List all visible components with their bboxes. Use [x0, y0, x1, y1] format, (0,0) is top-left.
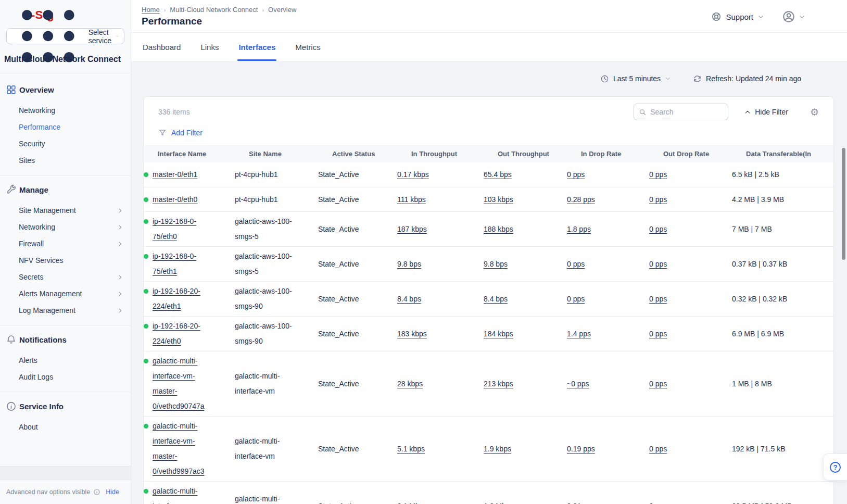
in-throughput-link[interactable]: 183 kbps: [397, 330, 427, 338]
sidebar-item-networking[interactable]: Networking: [0, 219, 131, 235]
help-button[interactable]: ?: [823, 453, 847, 481]
interface-name-link[interactable]: ip-192-168-20-224/eth0: [153, 319, 216, 349]
out-drop-rate-link[interactable]: 0 pps: [649, 195, 667, 204]
sidebar-item-audit-logs[interactable]: Audit Logs: [0, 369, 131, 385]
header-left: Home›Multi-Cloud Network Connect›Overvie…: [142, 6, 296, 27]
breadcrumb-item[interactable]: Multi-Cloud Network Connect: [170, 6, 258, 14]
out-drop-rate-link[interactable]: 0 pps: [649, 380, 667, 388]
status-dot-icon: [144, 489, 148, 494]
out-throughput-link[interactable]: 65.4 bps: [484, 170, 512, 179]
out-throughput-link[interactable]: 213 kbps: [484, 380, 513, 388]
sidebar-section-overview[interactable]: Overview: [0, 75, 131, 102]
in-drop-rate-link[interactable]: 0.01 pps: [567, 502, 595, 504]
interface-name-link[interactable]: galactic-multi-interface-vm-master-0/vet…: [153, 419, 216, 479]
in-drop-rate-cell: 0.28 pps: [567, 192, 649, 207]
out-drop-rate-link[interactable]: 0 pps: [649, 502, 667, 504]
time-range-select[interactable]: Last 5 minutes: [600, 74, 671, 83]
breadcrumb-item[interactable]: Overview: [268, 6, 296, 14]
in-drop-rate-link[interactable]: 1.8 pps: [567, 225, 591, 233]
out-drop-rate-link[interactable]: 0 pps: [649, 330, 667, 338]
sidebar-item-firewall[interactable]: Firewall: [0, 235, 131, 252]
in-throughput-link[interactable]: 2.1 Mbps: [397, 502, 427, 504]
interface-name-link[interactable]: master-0/eth0: [153, 192, 197, 207]
out-drop-rate-cell: 0 pps: [649, 257, 732, 272]
service-selector-label: Select service: [89, 28, 111, 45]
refresh-label: Refresh: Updated 24 min ago: [706, 74, 801, 83]
add-filter-button[interactable]: Add Filter: [171, 129, 203, 137]
support-menu[interactable]: Support: [711, 11, 764, 22]
out-drop-rate-link[interactable]: 0 pps: [649, 225, 667, 233]
search-input[interactable]: [650, 108, 724, 116]
sidebar-item-alerts[interactable]: Alerts: [0, 352, 131, 369]
sidebar-item-alerts-management[interactable]: Alerts Management: [0, 285, 131, 302]
in-throughput-link[interactable]: 8.4 bps: [397, 295, 421, 303]
in-drop-rate-cell: 0.19 pps: [567, 442, 649, 457]
interface-name-link[interactable]: master-0/eth1: [153, 167, 197, 182]
service-selector[interactable]: Select service: [6, 28, 124, 44]
in-drop-rate-link[interactable]: 1.4 pps: [567, 330, 591, 338]
out-throughput-link[interactable]: 188 kbps: [484, 225, 513, 233]
hide-advanced-nav-link[interactable]: Hide: [106, 488, 119, 496]
in-throughput-link[interactable]: 111 kbps: [397, 195, 426, 204]
gear-icon[interactable]: ⚙: [810, 107, 819, 117]
main-area: Home›Multi-Cloud Network Connect›Overvie…: [131, 0, 847, 504]
page-scrollbar-thumb[interactable]: [842, 148, 845, 260]
sidebar-section-notifications[interactable]: Notifications: [0, 325, 131, 352]
tab-dashboard[interactable]: Dashboard: [142, 33, 182, 61]
chevron-down-icon: [757, 14, 764, 20]
in-throughput-link[interactable]: 0.17 kbps: [397, 170, 429, 179]
interface-name-cell: galactic-multi-interface-vm-master-0/vet…: [144, 419, 235, 479]
sidebar-item-performance[interactable]: Performance: [0, 119, 131, 135]
tab-metrics[interactable]: Metrics: [294, 33, 321, 61]
data-transferable-cell: 0.32 kB | 0.32 kB: [732, 292, 833, 307]
interface-name-link[interactable]: ip-192-168-0-75/eth1: [153, 249, 216, 279]
hide-filter-button[interactable]: Hide Filter: [744, 108, 788, 116]
interfaces-table-card: 336 items Hide Filter ⚙ Add Filter: [143, 96, 834, 504]
sidebar-section-manage[interactable]: Manage: [0, 175, 131, 202]
in-drop-rate-link[interactable]: ~0 pps: [567, 380, 589, 388]
sidebar-item-secrets[interactable]: Secrets: [0, 269, 131, 285]
refresh-button[interactable]: Refresh: Updated 24 min ago: [693, 74, 801, 83]
search-box: [634, 104, 728, 120]
in-drop-rate-link[interactable]: 0 pps: [567, 295, 585, 303]
out-throughput-link[interactable]: 9.8 bps: [484, 260, 508, 268]
account-menu[interactable]: [782, 10, 805, 23]
sidebar-item-label: Security: [19, 138, 123, 149]
in-throughput-link[interactable]: 5.1 kbps: [397, 445, 425, 453]
sidebar-item-security[interactable]: Security: [0, 135, 131, 152]
in-drop-rate-link[interactable]: 0.19 pps: [567, 445, 595, 453]
sidebar-item-nfv-services[interactable]: NFV Services: [0, 252, 131, 269]
tab-links[interactable]: Links: [199, 33, 220, 61]
in-throughput-link[interactable]: 187 kbps: [397, 225, 427, 233]
sidebar-item-log-management[interactable]: Log Management: [0, 302, 131, 319]
site-name: galactic-multi-interface-vm: [235, 437, 280, 460]
interface-name-link[interactable]: galactic-multi-interface-vm-master-0/eth…: [153, 484, 216, 504]
sidebar-section-service-info[interactable]: Service Info: [0, 392, 131, 419]
interface-name-link[interactable]: galactic-multi-interface-vm-master-0/vet…: [153, 354, 216, 414]
chevron-down-icon: [799, 14, 805, 20]
interface-name-link[interactable]: ip-192-168-0-75/eth0: [153, 214, 216, 244]
sidebar-item-site-management[interactable]: Site Management: [0, 202, 131, 219]
out-throughput-link[interactable]: 184 kbps: [484, 330, 513, 338]
in-throughput-link[interactable]: 9.8 bps: [397, 260, 421, 268]
out-drop-rate-link[interactable]: 0 pps: [649, 295, 667, 303]
out-drop-rate-link[interactable]: 0 pps: [649, 260, 667, 268]
sidebar-item-sites[interactable]: Sites: [0, 152, 131, 169]
out-drop-rate-link[interactable]: 0 pps: [649, 170, 667, 179]
interface-name-link[interactable]: ip-192-168-20-224/eth1: [153, 284, 216, 314]
out-throughput-cell: 65.4 bps: [484, 167, 567, 182]
sidebar-item-about[interactable]: About: [0, 419, 131, 435]
tab-interfaces[interactable]: Interfaces: [237, 33, 276, 61]
in-drop-rate-link[interactable]: 0.28 pps: [567, 195, 595, 204]
in-drop-rate-link[interactable]: 0 pps: [567, 170, 585, 179]
site-name-cell: galactic-aws-100-smgs-5: [235, 214, 318, 244]
breadcrumb-item[interactable]: Home: [142, 6, 160, 14]
out-throughput-link[interactable]: 1.9 kbps: [484, 445, 511, 453]
out-drop-rate-link[interactable]: 0 pps: [649, 445, 667, 453]
sidebar-item-networking[interactable]: Networking: [0, 102, 131, 119]
out-throughput-link[interactable]: 8.4 bps: [484, 295, 508, 303]
in-drop-rate-link[interactable]: 0 pps: [567, 260, 585, 268]
out-throughput-link[interactable]: 103 kbps: [484, 195, 513, 204]
in-throughput-link[interactable]: 28 kbps: [397, 380, 423, 388]
out-throughput-link[interactable]: 1.6 Mbps: [484, 502, 514, 504]
